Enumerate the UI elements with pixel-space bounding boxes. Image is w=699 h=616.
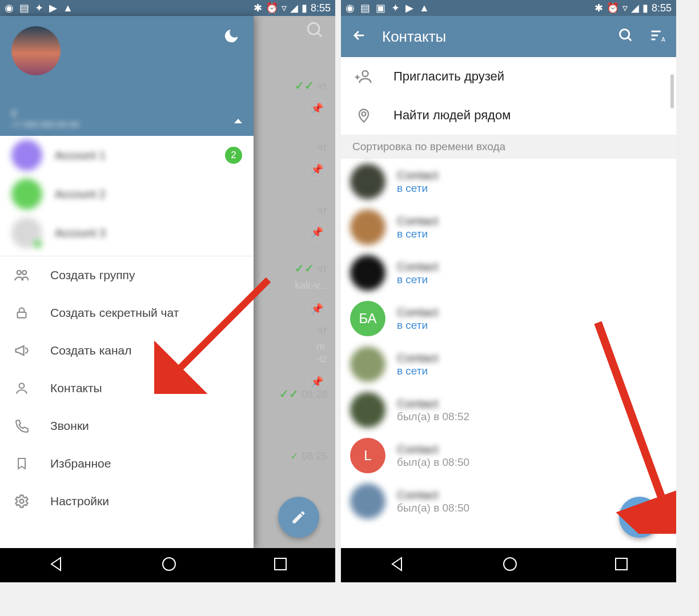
contact-item[interactable]: БАContactв сети bbox=[341, 296, 676, 341]
chat-row[interactable]: чтm -iz📌 bbox=[307, 324, 327, 392]
warning-icon: ▲ bbox=[419, 2, 429, 14]
bookmark-icon bbox=[14, 456, 30, 471]
avatar bbox=[350, 255, 385, 291]
contact-status: в сети bbox=[397, 319, 438, 332]
play-icon: ▶ bbox=[49, 2, 57, 14]
contact-item[interactable]: Contactв сети bbox=[341, 159, 676, 204]
back-button[interactable] bbox=[389, 555, 406, 575]
sort-icon[interactable]: A bbox=[649, 27, 666, 46]
svg-text:A: A bbox=[661, 36, 665, 43]
menu-calls[interactable]: Звонки bbox=[0, 407, 254, 445]
android-navbar bbox=[341, 548, 676, 582]
menu-new-secret-chat[interactable]: Создать секретный чат bbox=[0, 294, 254, 332]
sync-icon: ✦ bbox=[391, 2, 400, 14]
drawer-header: c +7 000 000-00-00 bbox=[0, 16, 254, 136]
invite-friends[interactable]: Пригласить друзей bbox=[341, 57, 676, 96]
status-bar: ◉ ▤ ✦ ▶ ▲ ✱ ⏰ ▿ ◢ ▮ 8:55 bbox=[0, 0, 335, 16]
contact-name: Contact bbox=[397, 351, 438, 365]
chat-row[interactable]: ✓✓ 08:28 bbox=[279, 387, 327, 401]
person-icon bbox=[14, 381, 30, 396]
svg-line-11 bbox=[628, 38, 632, 41]
menu-saved[interactable]: Избранное bbox=[0, 445, 254, 482]
chat-row[interactable]: ✓✓ чт📌 bbox=[295, 79, 327, 119]
contact-status: в сети bbox=[397, 182, 438, 195]
status-bar: ◉ ▤ ▣ ✦ ▶ ▲ ✱ ⏰ ▿ ◢ ▮ 8:55 bbox=[341, 0, 676, 16]
svg-point-2 bbox=[17, 271, 21, 275]
contact-item[interactable]: Contactв сети bbox=[341, 204, 676, 250]
account-list: Account 1 2 Account 2 ✓ Account 3 bbox=[0, 136, 254, 252]
contact-name: Contact bbox=[397, 214, 438, 228]
message-icon: ▤ bbox=[360, 2, 370, 14]
contact-name: Contact bbox=[397, 168, 438, 182]
account-item[interactable]: ✓ Account 3 bbox=[0, 214, 254, 252]
avatar bbox=[350, 347, 385, 382]
menu-settings[interactable]: Настройки bbox=[0, 482, 254, 520]
home-button[interactable] bbox=[501, 555, 519, 575]
chat-row[interactable]: чт📌 bbox=[307, 204, 327, 243]
chat-row[interactable]: чт📌 bbox=[307, 142, 327, 180]
account-name: Account 2 bbox=[55, 188, 106, 201]
back-icon[interactable] bbox=[351, 27, 367, 46]
account-switcher[interactable]: c +7 000 000-00-00 bbox=[11, 106, 242, 129]
contact-name: Contact bbox=[397, 442, 469, 456]
compose-fab[interactable] bbox=[278, 497, 319, 538]
location-icon bbox=[355, 107, 373, 124]
signal-icon: ◢ bbox=[631, 2, 639, 14]
megaphone-icon bbox=[14, 343, 30, 359]
menu-contacts[interactable]: Контакты bbox=[0, 369, 254, 407]
chat-row[interactable]: ✓ 08:25 bbox=[290, 450, 327, 462]
unread-badge: 2 bbox=[225, 147, 242, 164]
menu-label: Звонки bbox=[50, 419, 89, 433]
account-name: Account 3 bbox=[55, 227, 106, 240]
contact-item[interactable]: Contactбыл(а) в 08:52 bbox=[341, 387, 676, 433]
menu-label: Контакты bbox=[50, 381, 102, 395]
section-header: Сортировка по времени входа bbox=[341, 135, 676, 159]
account-item[interactable]: Account 2 bbox=[0, 175, 254, 214]
appbar: Контакты A bbox=[341, 16, 676, 57]
page-title: Контакты bbox=[382, 28, 603, 46]
recents-button[interactable] bbox=[273, 557, 288, 574]
wifi-icon: ▿ bbox=[622, 2, 628, 14]
contact-status: был(а) в 08:50 bbox=[397, 456, 469, 469]
svg-rect-4 bbox=[17, 312, 26, 318]
contact-status: в сети bbox=[397, 273, 438, 286]
contact-name: Contact bbox=[397, 260, 438, 273]
menu-new-group[interactable]: Создать группу bbox=[0, 256, 254, 294]
contact-name: Contact bbox=[397, 488, 469, 502]
menu-label: Избранное bbox=[50, 457, 111, 470]
contact-item[interactable]: Contactв сети bbox=[341, 250, 676, 296]
scrollbar[interactable] bbox=[670, 74, 674, 108]
battery-icon: ▮ bbox=[302, 2, 307, 14]
recents-button[interactable] bbox=[614, 557, 629, 574]
menu-label: Создать секретный чат bbox=[50, 306, 179, 320]
home-button[interactable] bbox=[160, 555, 178, 575]
bluetooth-icon: ✱ bbox=[254, 2, 262, 14]
svg-point-6 bbox=[20, 500, 24, 504]
account-item[interactable]: Account 1 2 bbox=[0, 136, 254, 175]
add-contact-fab[interactable] bbox=[619, 497, 660, 538]
menu-label: Настройки bbox=[50, 494, 109, 508]
contact-status: в сети bbox=[397, 228, 438, 240]
search-icon[interactable] bbox=[618, 27, 634, 46]
night-mode-icon[interactable] bbox=[223, 27, 240, 47]
contact-item[interactable]: LContactбыл(а) в 08:50 bbox=[341, 433, 676, 478]
svg-rect-24 bbox=[616, 558, 627, 570]
contact-status: был(а) в 08:50 bbox=[397, 502, 469, 514]
contact-item[interactable]: Contactв сети bbox=[341, 341, 676, 387]
compass-icon: ◉ bbox=[5, 2, 14, 14]
avatar[interactable] bbox=[11, 26, 61, 75]
clock-time: 8:55 bbox=[311, 2, 331, 14]
avatar bbox=[350, 392, 385, 428]
svg-rect-9 bbox=[275, 558, 286, 570]
back-button[interactable] bbox=[48, 555, 65, 575]
user-phone: +7 000 000-00-00 bbox=[11, 119, 79, 129]
people-nearby[interactable]: Найти людей рядом bbox=[341, 96, 676, 135]
svg-point-5 bbox=[19, 383, 25, 388]
contact-name: Contact bbox=[397, 305, 438, 319]
chat-row[interactable]: ✓✓ чтkak-v...📌 bbox=[295, 261, 327, 319]
chevron-up-icon bbox=[234, 119, 242, 123]
alarm-icon: ⏰ bbox=[266, 2, 278, 14]
menu-new-channel[interactable]: Создать канал bbox=[0, 332, 254, 369]
check-icon: ✓ bbox=[32, 238, 43, 249]
wifi-icon: ▿ bbox=[282, 2, 287, 14]
